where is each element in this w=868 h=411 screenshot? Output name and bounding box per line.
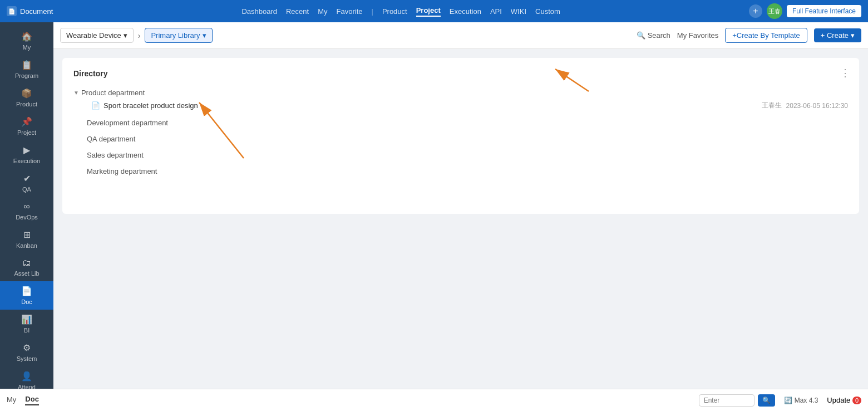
dept-sales: Sales department: [73, 149, 848, 161]
sidebar-label-doc: Doc: [21, 299, 32, 305]
nav-recent[interactable]: Recent: [286, 7, 309, 16]
dept-product-header[interactable]: ▼ Product department: [73, 87, 848, 99]
dept-development: Development department: [73, 117, 848, 129]
doc-sport-bracelet-date: 2023-06-05 16:12:30: [786, 102, 848, 110]
sidebar-label-program: Program: [15, 72, 38, 79]
sidebar-item-product[interactable]: 📦 Product: [0, 84, 53, 112]
nav-dashboard[interactable]: Dashboard: [241, 7, 277, 16]
sidebar-label-kanban: Kanban: [16, 242, 37, 249]
dept-qa: QA department: [73, 133, 848, 145]
breadcrumb-separator: ›: [138, 31, 141, 40]
top-nav-right: + 王春 Full Feature Interface: [749, 3, 861, 19]
nav-wiki[interactable]: WIKI: [511, 7, 526, 16]
home-icon: 🏠: [21, 31, 32, 42]
create-by-template-btn[interactable]: +Create By Template: [725, 28, 807, 43]
sidebar-item-kanban[interactable]: ⊞ Kanban: [0, 225, 53, 253]
my-favorites-link[interactable]: My Favorites: [677, 31, 718, 40]
dept-product: ▼ Product department 📄 Sport bracelet pr…: [73, 87, 848, 112]
directory-more-btn[interactable]: ⋮: [840, 67, 850, 79]
dept-sales-item[interactable]: Sales department: [87, 149, 848, 161]
program-icon: 📋: [21, 60, 32, 70]
project-icon: 📌: [21, 116, 32, 127]
top-nav-left: 📄 Document: [7, 6, 53, 16]
sidebar-label-devops: DevOps: [16, 214, 38, 221]
doc-sport-bracelet-author: 王春生: [762, 101, 782, 110]
sidebar-item-asset-lib[interactable]: 🗂 Asset Lib: [0, 253, 53, 281]
top-nav-center: Dashboard Recent My Favorite | Product P…: [241, 6, 560, 17]
nav-project[interactable]: Project: [416, 6, 441, 17]
doc-file-icon: 📄: [91, 101, 100, 110]
nav-api[interactable]: API: [490, 7, 502, 16]
dept-qa-item[interactable]: QA department: [87, 133, 848, 145]
update-badge: 0: [852, 397, 861, 404]
dept-qa-name: QA department: [87, 135, 135, 143]
directory-card: Directory ⋮ ▼ Product department 📄 Sport…: [62, 58, 859, 214]
doc-sport-bracelet-name: Sport bracelet product design: [103, 101, 762, 110]
sidebar-label-system: System: [17, 355, 37, 362]
qa-icon: ✔: [23, 173, 31, 184]
sidebar-label-qa: QA: [22, 186, 31, 193]
user-avatar[interactable]: 王春: [767, 3, 782, 19]
sidebar-label-my: My: [23, 44, 31, 51]
dept-sales-name: Sales department: [87, 151, 144, 159]
nav-favorite[interactable]: Favorite: [337, 7, 363, 16]
sidebar: 🏠 My 📋 Program 📦 Product 📌 Project ▶ Exe…: [0, 22, 53, 389]
dept-marketing-item[interactable]: Marketing department: [87, 165, 848, 177]
bottom-tab-doc[interactable]: Doc: [25, 395, 39, 405]
sidebar-label-bi: BI: [24, 327, 29, 334]
attend-icon: 👤: [21, 371, 32, 381]
sidebar-item-bi[interactable]: 📊 BI: [0, 310, 53, 338]
create-btn[interactable]: + Create ▾: [814, 28, 861, 42]
sidebar-item-execution[interactable]: ▶ Execution: [0, 140, 53, 169]
sidebar-item-project[interactable]: 📌 Project: [0, 112, 53, 140]
add-button[interactable]: +: [749, 4, 762, 18]
create-dropdown-icon: ▾: [851, 31, 855, 40]
breadcrumb-wearable-arrow: ▾: [124, 31, 127, 40]
product-icon: 📦: [21, 88, 32, 99]
version-icon: 🔄: [784, 397, 792, 404]
full-feature-btn[interactable]: Full Feature Interface: [787, 5, 861, 17]
bi-icon: 📊: [21, 314, 32, 325]
bottom-search-btn[interactable]: 🔍: [758, 394, 775, 407]
bottom-search-input[interactable]: [699, 394, 754, 407]
dept-development-items: Development department: [73, 117, 848, 129]
dept-product-chevron: ▼: [73, 90, 79, 96]
nav-product[interactable]: Product: [382, 7, 407, 16]
dept-marketing: Marketing department: [73, 165, 848, 177]
search-link[interactable]: 🔍 Search: [637, 31, 670, 40]
sidebar-item-system[interactable]: ⚙ System: [0, 338, 53, 366]
sidebar-label-execution: Execution: [13, 158, 40, 164]
page-content: Directory ⋮ ▼ Product department 📄 Sport…: [53, 49, 868, 389]
doc-sport-bracelet[interactable]: 📄 Sport bracelet product design 王春生 2023…: [73, 99, 848, 112]
nav-custom[interactable]: Custom: [535, 7, 560, 16]
sidebar-item-qa[interactable]: ✔ QA: [0, 169, 53, 197]
top-nav-title: Document: [20, 7, 53, 16]
sidebar-item-program[interactable]: 📋 Program: [0, 55, 53, 84]
nav-execution[interactable]: Execution: [450, 7, 481, 16]
create-btn-label: + Create: [821, 31, 849, 40]
main-layout: 🏠 My 📋 Program 📦 Product 📌 Project ▶ Exe…: [0, 22, 868, 389]
bottom-bar: My Doc 🔍 🔄 Max 4.3 Update 0: [0, 389, 868, 411]
kanban-icon: ⊞: [23, 229, 31, 240]
sidebar-item-attend[interactable]: 👤 Attend: [0, 366, 53, 389]
update-label: Update: [827, 396, 850, 404]
nav-my[interactable]: My: [318, 7, 327, 16]
breadcrumb-primary-library[interactable]: Primary Library ▾: [145, 28, 212, 43]
search-label: Search: [648, 31, 670, 40]
sidebar-item-doc[interactable]: 📄 Doc: [0, 281, 53, 310]
sidebar-item-devops[interactable]: ∞ DevOps: [0, 197, 53, 225]
breadcrumb-library-arrow: ▾: [203, 31, 206, 40]
sidebar-label-asset-lib: Asset Lib: [14, 270, 39, 277]
sidebar-label-product: Product: [16, 101, 37, 107]
search-icon: 🔍: [637, 31, 645, 40]
system-icon: ⚙: [23, 342, 31, 353]
bottom-search: 🔍: [699, 394, 775, 407]
sidebar-item-my[interactable]: 🏠 My: [0, 27, 53, 55]
dept-development-item[interactable]: Development department: [87, 117, 848, 129]
bottom-tab-my[interactable]: My: [7, 395, 16, 405]
breadcrumb-wearable-device[interactable]: Wearable Device ▾: [60, 28, 134, 43]
nav-separator: |: [372, 7, 373, 16]
dept-marketing-items: Marketing department: [73, 165, 848, 177]
version-label: Max 4.3: [795, 397, 818, 404]
doc-icon: 📄: [21, 286, 32, 296]
